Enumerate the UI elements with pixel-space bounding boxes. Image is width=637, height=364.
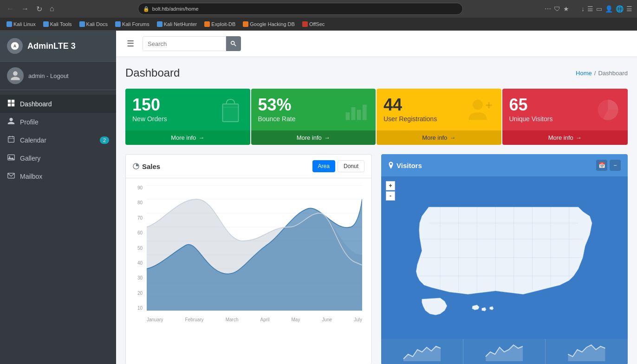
info-box-visitors: 65 Unique Visitors More info bbox=[502, 89, 628, 145]
sidebar-item-calendar[interactable]: Calendar 2 bbox=[0, 131, 116, 149]
library-icon[interactable]: ☰ bbox=[587, 5, 593, 13]
svg-rect-5 bbox=[12, 104, 14, 106]
svg-rect-18 bbox=[346, 112, 350, 120]
orders-footer-text: More info bbox=[171, 134, 196, 141]
sidebar-item-label-gallery: Gallery bbox=[20, 155, 40, 162]
sales-card-title: Sales bbox=[133, 162, 160, 170]
shield-icon[interactable]: 🛡 bbox=[554, 5, 560, 13]
browser-chrome: ← → ↻ ⌂ 🔒 bolt.htb/admin/home ⋯ 🛡 ★ ↓ ☰ … bbox=[0, 0, 637, 18]
visitors-card: Visitors 📅 − + - bbox=[381, 154, 628, 364]
menu-icon[interactable]: ☰ bbox=[626, 5, 632, 13]
sidebar-item-gallery[interactable]: Gallery bbox=[0, 149, 116, 167]
bottom-row: Sales Area Donut 908070605040302010 bbox=[125, 154, 628, 364]
bounce-arrow-icon: → bbox=[324, 134, 330, 141]
browser-actions: ⋯ 🛡 ★ ↓ ☰ ▭ 👤 🌐 ☰ bbox=[545, 5, 632, 13]
bookmark-offsec[interactable]: OffSec bbox=[299, 20, 327, 28]
info-box-orders: 150 New Orders bbox=[125, 89, 250, 145]
bookmark-google-hacking[interactable]: Google Hacking DB bbox=[240, 20, 298, 28]
visitors-calendar-button[interactable]: 📅 bbox=[596, 160, 607, 171]
visitors-title-text: Visitors bbox=[396, 162, 422, 169]
forward-button[interactable]: → bbox=[20, 4, 31, 14]
svg-point-13 bbox=[231, 41, 234, 45]
content-wrapper: Dashboard Home / Dashboard 150 New Order… bbox=[116, 57, 637, 364]
vis-arrow-icon: → bbox=[576, 134, 582, 141]
map-zoom-out-button[interactable]: - bbox=[386, 191, 395, 201]
orders-icon bbox=[218, 96, 243, 124]
sales-title-text: Sales bbox=[142, 162, 160, 170]
bookmark-kali-linux[interactable]: Kali Linux bbox=[4, 20, 39, 28]
reg-number: 44 bbox=[384, 97, 437, 113]
area-button[interactable]: Area bbox=[312, 160, 335, 172]
sidebar-username: admin - Logout bbox=[28, 72, 69, 79]
star-icon[interactable]: ★ bbox=[563, 5, 569, 13]
sidebar-item-mailbox[interactable]: Mailbox bbox=[0, 167, 116, 185]
sales-card-header: Sales Area Donut bbox=[126, 155, 371, 178]
svg-line-14 bbox=[234, 44, 236, 46]
svg-point-22 bbox=[473, 99, 483, 110]
bounce-label: Bounce Rate bbox=[258, 115, 296, 123]
bookmarks-bar: Kali Linux Kali Tools Kali Docs Kali For… bbox=[0, 18, 637, 31]
firefox-icon[interactable]: 🌐 bbox=[616, 5, 624, 13]
extensions-icon[interactable]: ⋯ bbox=[545, 5, 551, 13]
account-icon[interactable]: 👤 bbox=[605, 5, 613, 13]
vis-label: Unique Visitors bbox=[509, 115, 553, 123]
svg-text:A: A bbox=[13, 44, 16, 48]
bookmark-kali-nethunter[interactable]: Kali NetHunter bbox=[154, 20, 200, 28]
url-text: bolt.htb/admin/home bbox=[152, 6, 199, 12]
map-zoom-in-button[interactable]: + bbox=[386, 181, 395, 190]
search-button[interactable] bbox=[226, 36, 241, 51]
home-button[interactable]: ⌂ bbox=[48, 4, 56, 14]
donut-button[interactable]: Donut bbox=[338, 160, 364, 172]
brand-text: AdminLTE 3 bbox=[27, 41, 76, 51]
search-input[interactable] bbox=[143, 36, 226, 51]
sparkline-1 bbox=[385, 343, 459, 361]
visitors-title: Visitors bbox=[388, 162, 422, 169]
bounce-icon bbox=[343, 97, 369, 123]
bookmark-exploit-db[interactable]: Exploit-DB bbox=[202, 20, 238, 28]
info-boxes: 150 New Orders bbox=[125, 89, 628, 145]
bookmark-kali-docs[interactable]: Kali Docs bbox=[77, 20, 110, 28]
sales-chart-svg bbox=[147, 185, 362, 311]
download-icon[interactable]: ↓ bbox=[581, 5, 585, 13]
vis-footer[interactable]: More info → bbox=[502, 130, 628, 145]
bookmark-kali-forums[interactable]: Kali Forums bbox=[112, 20, 152, 28]
back-button[interactable]: ← bbox=[5, 4, 16, 14]
breadcrumb-current: Dashboard bbox=[598, 70, 628, 77]
sales-card: Sales Area Donut 908070605040302010 bbox=[125, 154, 372, 364]
gallery-icon bbox=[7, 154, 15, 162]
svg-rect-16 bbox=[222, 104, 238, 122]
sales-card-tools: Area Donut bbox=[312, 160, 364, 172]
reg-arrow-icon: → bbox=[449, 134, 455, 141]
address-bar[interactable]: 🔒 bolt.htb/admin/home bbox=[138, 3, 463, 15]
svg-rect-3 bbox=[12, 100, 14, 103]
visitors-stat-3 bbox=[546, 339, 628, 364]
reg-footer-text: More info bbox=[422, 134, 447, 141]
reg-footer[interactable]: More info → bbox=[377, 130, 501, 145]
visitors-actions: 📅 − bbox=[596, 160, 621, 171]
sidebar-item-dashboard[interactable]: Dashboard bbox=[0, 95, 116, 113]
svg-rect-20 bbox=[357, 110, 361, 120]
search-form bbox=[143, 36, 245, 51]
map-container: + - bbox=[381, 176, 628, 339]
breadcrumb: Home / Dashboard bbox=[576, 70, 628, 77]
top-navbar: ☰ bbox=[116, 31, 637, 57]
orders-arrow-icon: → bbox=[198, 134, 204, 141]
bounce-footer-text: More info bbox=[297, 134, 322, 141]
reload-button[interactable]: ↻ bbox=[34, 4, 44, 14]
hamburger-button[interactable]: ☰ bbox=[123, 37, 138, 51]
breadcrumb-home[interactable]: Home bbox=[576, 70, 592, 77]
visitors-stat-1 bbox=[381, 339, 463, 364]
svg-rect-2 bbox=[8, 100, 11, 103]
reg-label: User Registrations bbox=[384, 115, 437, 123]
tablet-icon[interactable]: ▭ bbox=[596, 5, 602, 13]
sidebar-item-profile[interactable]: Profile bbox=[0, 113, 116, 131]
bookmark-kali-tools[interactable]: Kali Tools bbox=[40, 20, 75, 28]
info-box-orders-content: 150 New Orders bbox=[125, 89, 250, 130]
map-controls: + - bbox=[386, 181, 395, 201]
orders-footer[interactable]: More info → bbox=[125, 130, 250, 145]
sidebar-user[interactable]: admin - Logout bbox=[0, 62, 116, 90]
sidebar-brand: A AdminLTE 3 bbox=[0, 31, 116, 62]
visitors-minimize-button[interactable]: − bbox=[610, 160, 621, 171]
bounce-footer[interactable]: More info → bbox=[251, 130, 376, 145]
sidebar: A AdminLTE 3 admin - Logout Dashboard Pr… bbox=[0, 31, 116, 364]
